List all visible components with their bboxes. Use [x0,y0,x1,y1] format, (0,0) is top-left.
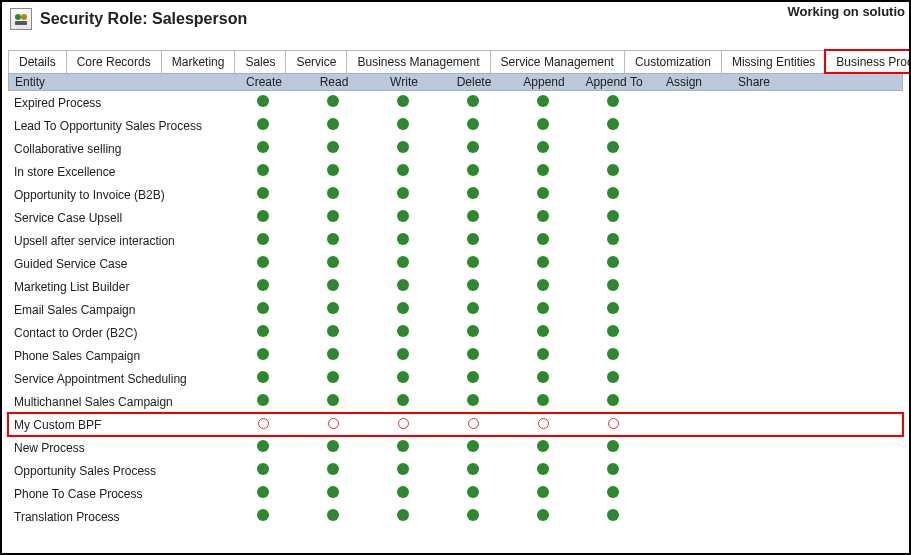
tab-service-management[interactable]: Service Management [490,50,625,73]
permission-cell[interactable] [438,394,508,409]
permission-cell[interactable] [438,210,508,225]
permission-cell[interactable] [578,279,648,294]
permission-cell[interactable] [578,118,648,133]
permission-cell[interactable] [578,325,648,340]
permission-cell[interactable] [438,118,508,133]
permission-cell[interactable] [508,325,578,340]
permission-cell[interactable] [508,187,578,202]
entity-name[interactable]: Multichannel Sales Campaign [8,395,228,409]
permission-cell[interactable] [228,164,298,179]
permission-cell[interactable] [438,187,508,202]
permission-cell[interactable] [578,233,648,248]
permission-cell[interactable] [298,279,368,294]
permission-cell[interactable] [578,348,648,363]
permission-cell[interactable] [228,371,298,386]
entity-name[interactable]: Translation Process [8,510,228,524]
column-header-create[interactable]: Create [229,75,299,89]
entity-name[interactable]: Lead To Opportunity Sales Process [8,119,228,133]
permission-cell[interactable] [438,463,508,478]
permission-cell[interactable] [438,279,508,294]
permission-cell[interactable] [508,302,578,317]
permission-cell[interactable] [368,440,438,455]
permission-cell[interactable] [298,486,368,501]
permission-cell[interactable] [228,279,298,294]
permission-cell[interactable] [438,325,508,340]
column-header-share[interactable]: Share [719,75,789,89]
permission-cell[interactable] [298,509,368,524]
permission-cell[interactable] [368,325,438,340]
permission-cell[interactable] [508,233,578,248]
column-header-assign[interactable]: Assign [649,75,719,89]
permission-cell[interactable] [578,95,648,110]
permission-cell[interactable] [438,164,508,179]
tab-customization[interactable]: Customization [624,50,722,73]
permission-cell[interactable] [508,118,578,133]
permission-cell[interactable] [508,509,578,524]
permission-cell[interactable] [508,141,578,156]
permission-cell[interactable] [578,418,648,432]
permission-cell[interactable] [298,371,368,386]
permission-cell[interactable] [228,118,298,133]
permission-cell[interactable] [298,325,368,340]
tab-missing-entities[interactable]: Missing Entities [721,50,826,73]
entity-name[interactable]: Opportunity to Invoice (B2B) [8,188,228,202]
permission-cell[interactable] [298,141,368,156]
permission-cell[interactable] [228,141,298,156]
entity-name[interactable]: Marketing List Builder [8,280,228,294]
permission-cell[interactable] [578,141,648,156]
permission-cell[interactable] [438,371,508,386]
permission-cell[interactable] [368,256,438,271]
entity-name[interactable]: My Custom BPF [8,418,228,432]
entity-name[interactable]: Upsell after service interaction [8,234,228,248]
tab-details[interactable]: Details [8,50,67,73]
permission-cell[interactable] [438,256,508,271]
tab-business-management[interactable]: Business Management [346,50,490,73]
entity-name[interactable]: Guided Service Case [8,257,228,271]
permission-cell[interactable] [228,440,298,455]
permission-cell[interactable] [368,418,438,432]
column-header-entity[interactable]: Entity [9,75,229,89]
permission-cell[interactable] [438,418,508,432]
permission-cell[interactable] [508,463,578,478]
permission-cell[interactable] [368,371,438,386]
entity-name[interactable]: Email Sales Campaign [8,303,228,317]
entity-name[interactable]: Expired Process [8,96,228,110]
permission-cell[interactable] [298,210,368,225]
permission-cell[interactable] [298,440,368,455]
permission-cell[interactable] [578,440,648,455]
permission-cell[interactable] [578,509,648,524]
permission-cell[interactable] [228,325,298,340]
entity-name[interactable]: Phone To Case Process [8,487,228,501]
permission-cell[interactable] [438,440,508,455]
permission-cell[interactable] [228,302,298,317]
permission-cell[interactable] [368,486,438,501]
permission-cell[interactable] [228,418,298,432]
permission-cell[interactable] [368,233,438,248]
column-header-append[interactable]: Append [509,75,579,89]
tab-business-process-flows[interactable]: Business Process Flows [825,50,911,73]
column-header-write[interactable]: Write [369,75,439,89]
entity-name[interactable]: Service Case Upsell [8,211,228,225]
permission-cell[interactable] [368,302,438,317]
permission-cell[interactable] [298,302,368,317]
permission-cell[interactable] [368,210,438,225]
permission-cell[interactable] [228,394,298,409]
permission-cell[interactable] [368,187,438,202]
permission-cell[interactable] [228,256,298,271]
entity-name[interactable]: In store Excellence [8,165,228,179]
entity-name[interactable]: New Process [8,441,228,455]
permission-cell[interactable] [438,95,508,110]
permission-cell[interactable] [228,463,298,478]
permission-cell[interactable] [298,256,368,271]
permission-cell[interactable] [298,95,368,110]
tab-service[interactable]: Service [285,50,347,73]
permission-cell[interactable] [368,95,438,110]
permission-cell[interactable] [298,233,368,248]
permission-cell[interactable] [228,233,298,248]
permission-cell[interactable] [578,394,648,409]
permission-cell[interactable] [368,141,438,156]
permission-cell[interactable] [508,348,578,363]
permission-cell[interactable] [228,486,298,501]
column-header-delete[interactable]: Delete [439,75,509,89]
permission-cell[interactable] [298,118,368,133]
